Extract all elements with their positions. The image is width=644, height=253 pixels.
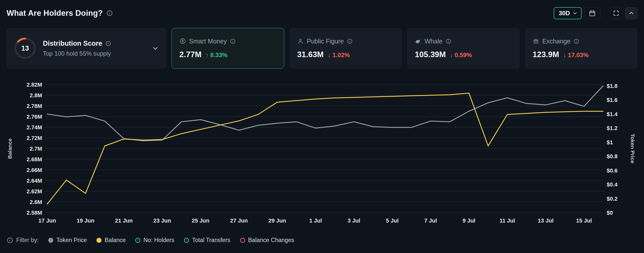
legend-label: Balance — [105, 237, 126, 244]
svg-text:$1.4: $1.4 — [607, 111, 618, 117]
legend-dot — [48, 238, 53, 243]
svg-text:$1.6: $1.6 — [607, 97, 618, 103]
svg-text:$0.6: $0.6 — [607, 167, 618, 174]
legend-item-total-transfers[interactable]: Total Transfers — [184, 237, 230, 244]
metric-value: 105.39M — [415, 50, 446, 59]
calendar-icon — [589, 10, 596, 17]
time-range-value: 30D — [559, 10, 570, 17]
holder-cards-row: 13 Distribution Score Top 100 hold 55% s… — [7, 28, 637, 69]
distribution-score-card[interactable]: 13 Distribution Score Top 100 hold 55% s… — [7, 28, 166, 69]
left-axis-title: Balance — [7, 138, 13, 159]
svg-text:25 Jun: 25 Jun — [192, 217, 210, 224]
time-range-dropdown[interactable]: 30D — [554, 7, 582, 19]
metric-label: Exchange — [542, 38, 570, 45]
chevron-down-icon[interactable] — [151, 44, 159, 52]
exchange-icon — [533, 38, 539, 44]
metric-change: ↑ 8.33% — [206, 52, 228, 59]
metric-value: 2.77M — [179, 50, 201, 59]
svg-text:$1.8: $1.8 — [607, 83, 618, 89]
svg-text:$: $ — [182, 39, 184, 43]
fullscreen-button[interactable] — [610, 7, 622, 19]
collapse-button[interactable] — [625, 7, 637, 19]
right-axis-ticks: $0$0.2$0.4$0.6$0.8$1$1.2$1.4$1.6$1.8 — [607, 83, 618, 216]
svg-text:2.68M: 2.68M — [27, 156, 42, 163]
metric-change: ↓ 0.59% — [450, 52, 472, 59]
legend-label: Token Price — [56, 237, 87, 244]
filter-by-label: Filter by: — [16, 237, 39, 244]
legend-label: Total Transfers — [192, 237, 230, 244]
svg-text:2.58M: 2.58M — [27, 210, 42, 216]
svg-text:11 Jul: 11 Jul — [500, 217, 515, 224]
svg-text:23 Jun: 23 Jun — [153, 217, 171, 224]
token-price-line[interactable] — [47, 86, 603, 141]
svg-text:2.82M: 2.82M — [27, 82, 42, 88]
svg-text:2.76M: 2.76M — [27, 114, 42, 120]
chevron-down-icon — [572, 11, 578, 16]
metric-change: ↓ 17.03% — [563, 52, 589, 59]
metric-card-whale[interactable]: Whale 105.39M ↓ 0.59% — [407, 28, 520, 69]
svg-text:$0.2: $0.2 — [607, 196, 618, 202]
svg-text:$0.8: $0.8 — [607, 153, 618, 160]
whale-icon — [415, 38, 421, 44]
legend-dot — [184, 238, 189, 243]
left-axis-ticks: 2.58M2.6M2.62M2.64M2.66M2.68M2.7M2.72M2.… — [27, 82, 42, 216]
svg-text:2.66M: 2.66M — [27, 167, 42, 173]
svg-text:13 Jul: 13 Jul — [538, 217, 553, 224]
chart-canvas[interactable]: 2.58M2.6M2.62M2.64M2.66M2.68M2.7M2.72M2.… — [0, 77, 644, 226]
svg-text:9 Jul: 9 Jul — [463, 217, 475, 224]
metric-card-smart-money[interactable]: $ Smart Money 2.77M ↑ 8.33% — [172, 28, 284, 69]
info-icon[interactable] — [105, 41, 111, 46]
holders-chart[interactable]: 2.58M2.6M2.62M2.64M2.66M2.68M2.7M2.72M2.… — [0, 77, 644, 226]
distribution-score-gauge: 13 — [14, 37, 36, 59]
title-info-icon[interactable] — [106, 10, 113, 17]
calendar-button[interactable] — [584, 7, 600, 19]
distribution-score-value: 13 — [14, 37, 36, 59]
svg-text:2.64M: 2.64M — [27, 178, 42, 184]
distribution-score-title: Distribution Score — [43, 40, 102, 48]
grid-lines — [45, 85, 603, 213]
legend-item-balance-changes[interactable]: Balance Changes — [240, 237, 294, 244]
svg-text:2.78M: 2.78M — [27, 103, 42, 109]
filter-info-icon[interactable] — [7, 237, 13, 244]
info-icon[interactable] — [230, 38, 236, 44]
svg-text:19 Jun: 19 Jun — [77, 217, 94, 224]
metric-card-exchange[interactable]: Exchange 123.9M ↓ 17.03% — [525, 28, 637, 69]
chart-legend: Filter by: Token Price Balance No: Holde… — [7, 237, 637, 244]
metric-value: 123.9M — [533, 50, 559, 59]
svg-text:$0.4: $0.4 — [607, 181, 618, 188]
fullscreen-icon — [613, 10, 619, 17]
legend-item-balance[interactable]: Balance — [96, 237, 126, 244]
legend-item-no-holders[interactable]: No: Holders — [135, 237, 174, 244]
page-title: What Are Holders Doing? — [7, 9, 103, 18]
x-axis-ticks: 17 Jun19 Jun21 Jun23 Jun25 Jun27 Jun29 J… — [38, 217, 592, 224]
right-axis-title: Token Price — [630, 134, 636, 164]
metric-label: Whale — [425, 38, 443, 45]
header-controls: 30D — [554, 7, 637, 19]
legend-item-token-price[interactable]: Token Price — [48, 237, 87, 244]
metric-label: Public Figure — [307, 38, 344, 45]
info-icon[interactable] — [573, 38, 579, 44]
info-icon[interactable] — [446, 38, 451, 44]
metric-card-public-figure[interactable]: Public Figure 31.63M ↓ 1.02% — [289, 28, 402, 69]
svg-text:27 Jun: 27 Jun — [230, 217, 248, 224]
svg-text:5 Jul: 5 Jul — [386, 217, 399, 224]
distribution-score-subtitle: Top 100 hold 55% supply — [43, 50, 111, 57]
svg-text:1 Jul: 1 Jul — [309, 217, 322, 224]
svg-text:3 Jul: 3 Jul — [348, 217, 360, 224]
info-icon[interactable] — [347, 38, 353, 44]
panel-header: What Are Holders Doing? 30D — [0, 0, 644, 20]
metric-change: ↓ 1.02% — [328, 52, 350, 59]
chevron-up-icon — [628, 10, 635, 17]
metric-value: 31.63M — [297, 50, 324, 59]
svg-text:15 Jul: 15 Jul — [576, 217, 592, 224]
svg-text:17 Jun: 17 Jun — [38, 217, 56, 224]
smart-money-icon: $ — [179, 38, 186, 44]
legend-dot — [96, 238, 101, 243]
legend-dot — [240, 238, 245, 243]
svg-text:2.74M: 2.74M — [27, 124, 42, 131]
svg-text:$1.2: $1.2 — [607, 125, 618, 131]
svg-text:29 Jun: 29 Jun — [268, 217, 286, 224]
public-figure-icon — [297, 38, 304, 44]
svg-text:2.72M: 2.72M — [27, 135, 42, 141]
metric-label: Smart Money — [189, 38, 227, 45]
